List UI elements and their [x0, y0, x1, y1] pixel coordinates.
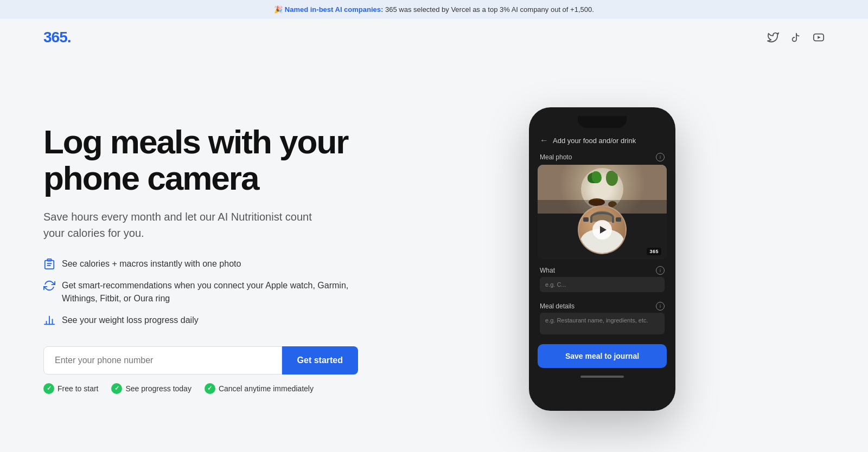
what-input[interactable]: e.g. C...: [540, 277, 665, 292]
logo-text: 365: [43, 29, 67, 46]
meal-photo-info-icon[interactable]: i: [656, 153, 665, 162]
trust-label-2: See progress today: [125, 384, 191, 393]
what-label-row: What i: [540, 266, 665, 275]
check-icon-2: [111, 383, 122, 394]
trust-label-3: Cancel anytime immediately: [219, 384, 314, 393]
banner-highlight: Named in-best AI companies:: [285, 5, 384, 14]
svg-marker-1: [818, 36, 821, 39]
play-triangle-icon: [600, 226, 607, 234]
trust-badge-1: Free to start: [43, 383, 98, 394]
banner-emoji: 🎉: [274, 5, 283, 14]
hero-right: ← Add your food and/or drink Meal photo …: [380, 107, 825, 411]
save-meal-button[interactable]: Save meal to journal: [538, 344, 667, 368]
tiktok-icon[interactable]: [790, 31, 802, 43]
feature-item-3: See your weight loss progress daily: [43, 314, 380, 327]
phone-input-row: Get started: [43, 346, 358, 374]
twitter-icon[interactable]: [767, 31, 779, 43]
what-section: What i e.g. C...: [538, 264, 667, 294]
svg-rect-3: [45, 261, 54, 269]
hero-subtitle: Save hours every month and let our AI Nu…: [43, 209, 326, 241]
feature-text-2: Get smart-recommendations when you conne…: [62, 279, 380, 305]
back-arrow-icon[interactable]: ←: [540, 135, 548, 145]
top-banner: 🎉 Named in-best AI companies: 365 was se…: [0, 0, 868, 19]
phone-header: ← Add your food and/or drink: [538, 133, 667, 151]
logo-dot: .: [67, 29, 71, 46]
refresh-icon: [43, 280, 55, 292]
phone-home-indicator: [580, 376, 624, 378]
meal-details-info-icon[interactable]: i: [656, 302, 665, 311]
trust-badges: Free to start See progress today Cancel …: [43, 383, 380, 394]
banner-text: 365 was selected by Vercel as a top 3% A…: [385, 5, 594, 14]
trust-badge-2: See progress today: [111, 383, 191, 394]
what-label: What: [540, 267, 555, 274]
youtube-icon[interactable]: [813, 31, 825, 43]
check-icon-1: [43, 383, 54, 394]
meal-photo-section: Meal photo i: [538, 151, 667, 165]
meal-details-label-row: Meal details i: [540, 302, 665, 311]
get-started-button[interactable]: Get started: [282, 346, 358, 374]
chart-icon: [43, 314, 55, 326]
social-icons: [767, 31, 825, 43]
meal-details-input[interactable]: e.g. Restaurant name, ingredients, etc.: [540, 313, 665, 334]
feature-item-2: Get smart-recommendations when you conne…: [43, 279, 380, 305]
phone-header-title: Add your food and/or drink: [553, 137, 636, 145]
meal-details-section: Meal details i e.g. Restaurant name, ing…: [538, 300, 667, 337]
hero-section: Log meals with your phone camera Save ho…: [0, 56, 868, 452]
what-info-icon[interactable]: i: [656, 266, 665, 275]
meal-details-label: Meal details: [540, 302, 575, 310]
app-badge: 365: [647, 248, 661, 255]
phone-notch: [578, 116, 627, 128]
trust-label-1: Free to start: [58, 384, 98, 393]
feature-text-3: See your weight loss progress daily: [62, 314, 199, 327]
feature-text-1: See calories + macros instantly with one…: [62, 257, 241, 270]
feature-list: See calories + macros instantly with one…: [43, 257, 380, 327]
clipboard-icon: [43, 258, 55, 270]
phone-mockup: ← Add your food and/or drink Meal photo …: [529, 107, 675, 411]
logo[interactable]: 365.: [43, 29, 71, 46]
trust-badge-3: Cancel anytime immediately: [205, 383, 314, 394]
navbar: 365.: [0, 19, 868, 56]
meal-photo-label: Meal photo: [540, 153, 572, 161]
hero-left: Log meals with your phone camera Save ho…: [43, 124, 380, 394]
play-button[interactable]: [592, 220, 612, 240]
hero-title: Log meals with your phone camera: [43, 124, 380, 197]
meal-photo-container: 365: [538, 165, 667, 260]
check-icon-3: [205, 383, 215, 394]
feature-item-1: See calories + macros instantly with one…: [43, 257, 380, 270]
phone-input[interactable]: [43, 346, 282, 374]
